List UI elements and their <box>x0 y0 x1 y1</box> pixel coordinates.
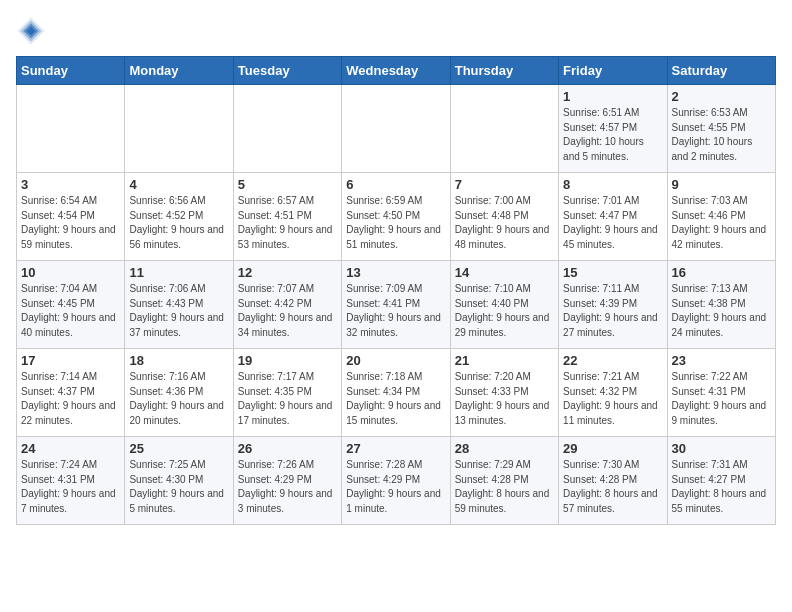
day-info: Sunrise: 7:29 AM Sunset: 4:28 PM Dayligh… <box>455 458 554 516</box>
day-number: 14 <box>455 265 554 280</box>
day-info: Sunrise: 6:57 AM Sunset: 4:51 PM Dayligh… <box>238 194 337 252</box>
table-row: 5Sunrise: 6:57 AM Sunset: 4:51 PM Daylig… <box>233 173 341 261</box>
calendar-table: SundayMondayTuesdayWednesdayThursdayFrid… <box>16 56 776 525</box>
day-number: 26 <box>238 441 337 456</box>
day-info: Sunrise: 7:11 AM Sunset: 4:39 PM Dayligh… <box>563 282 662 340</box>
day-info: Sunrise: 7:26 AM Sunset: 4:29 PM Dayligh… <box>238 458 337 516</box>
day-number: 17 <box>21 353 120 368</box>
weekday-header-friday: Friday <box>559 57 667 85</box>
day-number: 9 <box>672 177 771 192</box>
day-number: 21 <box>455 353 554 368</box>
weekday-header-tuesday: Tuesday <box>233 57 341 85</box>
day-number: 8 <box>563 177 662 192</box>
day-number: 4 <box>129 177 228 192</box>
table-row <box>342 85 450 173</box>
table-row: 10Sunrise: 7:04 AM Sunset: 4:45 PM Dayli… <box>17 261 125 349</box>
table-row: 20Sunrise: 7:18 AM Sunset: 4:34 PM Dayli… <box>342 349 450 437</box>
day-info: Sunrise: 7:20 AM Sunset: 4:33 PM Dayligh… <box>455 370 554 428</box>
table-row: 18Sunrise: 7:16 AM Sunset: 4:36 PM Dayli… <box>125 349 233 437</box>
day-info: Sunrise: 7:04 AM Sunset: 4:45 PM Dayligh… <box>21 282 120 340</box>
weekday-header-wednesday: Wednesday <box>342 57 450 85</box>
day-number: 5 <box>238 177 337 192</box>
table-row: 17Sunrise: 7:14 AM Sunset: 4:37 PM Dayli… <box>17 349 125 437</box>
week-row-1: 1Sunrise: 6:51 AM Sunset: 4:57 PM Daylig… <box>17 85 776 173</box>
table-row <box>450 85 558 173</box>
table-row: 13Sunrise: 7:09 AM Sunset: 4:41 PM Dayli… <box>342 261 450 349</box>
day-info: Sunrise: 7:03 AM Sunset: 4:46 PM Dayligh… <box>672 194 771 252</box>
weekday-header-saturday: Saturday <box>667 57 775 85</box>
day-number: 7 <box>455 177 554 192</box>
table-row: 4Sunrise: 6:56 AM Sunset: 4:52 PM Daylig… <box>125 173 233 261</box>
table-row: 25Sunrise: 7:25 AM Sunset: 4:30 PM Dayli… <box>125 437 233 525</box>
day-number: 1 <box>563 89 662 104</box>
table-row: 26Sunrise: 7:26 AM Sunset: 4:29 PM Dayli… <box>233 437 341 525</box>
table-row: 19Sunrise: 7:17 AM Sunset: 4:35 PM Dayli… <box>233 349 341 437</box>
table-row: 6Sunrise: 6:59 AM Sunset: 4:50 PM Daylig… <box>342 173 450 261</box>
week-row-2: 3Sunrise: 6:54 AM Sunset: 4:54 PM Daylig… <box>17 173 776 261</box>
day-number: 15 <box>563 265 662 280</box>
day-info: Sunrise: 7:16 AM Sunset: 4:36 PM Dayligh… <box>129 370 228 428</box>
table-row: 8Sunrise: 7:01 AM Sunset: 4:47 PM Daylig… <box>559 173 667 261</box>
day-info: Sunrise: 7:10 AM Sunset: 4:40 PM Dayligh… <box>455 282 554 340</box>
day-info: Sunrise: 7:00 AM Sunset: 4:48 PM Dayligh… <box>455 194 554 252</box>
logo <box>16 16 50 46</box>
table-row: 22Sunrise: 7:21 AM Sunset: 4:32 PM Dayli… <box>559 349 667 437</box>
day-info: Sunrise: 7:24 AM Sunset: 4:31 PM Dayligh… <box>21 458 120 516</box>
table-row: 3Sunrise: 6:54 AM Sunset: 4:54 PM Daylig… <box>17 173 125 261</box>
weekday-header-monday: Monday <box>125 57 233 85</box>
week-row-4: 17Sunrise: 7:14 AM Sunset: 4:37 PM Dayli… <box>17 349 776 437</box>
table-row: 2Sunrise: 6:53 AM Sunset: 4:55 PM Daylig… <box>667 85 775 173</box>
day-info: Sunrise: 6:51 AM Sunset: 4:57 PM Dayligh… <box>563 106 662 164</box>
day-number: 30 <box>672 441 771 456</box>
table-row: 28Sunrise: 7:29 AM Sunset: 4:28 PM Dayli… <box>450 437 558 525</box>
day-number: 24 <box>21 441 120 456</box>
logo-icon <box>16 16 46 46</box>
table-row: 24Sunrise: 7:24 AM Sunset: 4:31 PM Dayli… <box>17 437 125 525</box>
day-info: Sunrise: 7:14 AM Sunset: 4:37 PM Dayligh… <box>21 370 120 428</box>
day-info: Sunrise: 7:13 AM Sunset: 4:38 PM Dayligh… <box>672 282 771 340</box>
day-number: 29 <box>563 441 662 456</box>
day-number: 2 <box>672 89 771 104</box>
day-info: Sunrise: 6:53 AM Sunset: 4:55 PM Dayligh… <box>672 106 771 164</box>
table-row <box>233 85 341 173</box>
day-number: 25 <box>129 441 228 456</box>
table-row: 27Sunrise: 7:28 AM Sunset: 4:29 PM Dayli… <box>342 437 450 525</box>
day-info: Sunrise: 7:17 AM Sunset: 4:35 PM Dayligh… <box>238 370 337 428</box>
table-row: 9Sunrise: 7:03 AM Sunset: 4:46 PM Daylig… <box>667 173 775 261</box>
day-number: 10 <box>21 265 120 280</box>
day-number: 19 <box>238 353 337 368</box>
day-info: Sunrise: 7:28 AM Sunset: 4:29 PM Dayligh… <box>346 458 445 516</box>
week-row-5: 24Sunrise: 7:24 AM Sunset: 4:31 PM Dayli… <box>17 437 776 525</box>
week-row-3: 10Sunrise: 7:04 AM Sunset: 4:45 PM Dayli… <box>17 261 776 349</box>
day-info: Sunrise: 7:30 AM Sunset: 4:28 PM Dayligh… <box>563 458 662 516</box>
day-number: 13 <box>346 265 445 280</box>
table-row: 15Sunrise: 7:11 AM Sunset: 4:39 PM Dayli… <box>559 261 667 349</box>
table-row: 7Sunrise: 7:00 AM Sunset: 4:48 PM Daylig… <box>450 173 558 261</box>
day-info: Sunrise: 7:09 AM Sunset: 4:41 PM Dayligh… <box>346 282 445 340</box>
table-row: 21Sunrise: 7:20 AM Sunset: 4:33 PM Dayli… <box>450 349 558 437</box>
day-number: 11 <box>129 265 228 280</box>
day-info: Sunrise: 7:21 AM Sunset: 4:32 PM Dayligh… <box>563 370 662 428</box>
day-number: 28 <box>455 441 554 456</box>
table-row: 12Sunrise: 7:07 AM Sunset: 4:42 PM Dayli… <box>233 261 341 349</box>
table-row: 11Sunrise: 7:06 AM Sunset: 4:43 PM Dayli… <box>125 261 233 349</box>
table-row <box>125 85 233 173</box>
day-info: Sunrise: 6:59 AM Sunset: 4:50 PM Dayligh… <box>346 194 445 252</box>
table-row: 14Sunrise: 7:10 AM Sunset: 4:40 PM Dayli… <box>450 261 558 349</box>
day-number: 3 <box>21 177 120 192</box>
page-header <box>16 16 776 46</box>
table-row: 30Sunrise: 7:31 AM Sunset: 4:27 PM Dayli… <box>667 437 775 525</box>
table-row: 1Sunrise: 6:51 AM Sunset: 4:57 PM Daylig… <box>559 85 667 173</box>
day-number: 20 <box>346 353 445 368</box>
day-number: 27 <box>346 441 445 456</box>
weekday-header-row: SundayMondayTuesdayWednesdayThursdayFrid… <box>17 57 776 85</box>
day-number: 12 <box>238 265 337 280</box>
weekday-header-sunday: Sunday <box>17 57 125 85</box>
day-info: Sunrise: 7:22 AM Sunset: 4:31 PM Dayligh… <box>672 370 771 428</box>
day-number: 22 <box>563 353 662 368</box>
weekday-header-thursday: Thursday <box>450 57 558 85</box>
day-number: 6 <box>346 177 445 192</box>
table-row: 23Sunrise: 7:22 AM Sunset: 4:31 PM Dayli… <box>667 349 775 437</box>
table-row: 16Sunrise: 7:13 AM Sunset: 4:38 PM Dayli… <box>667 261 775 349</box>
table-row <box>17 85 125 173</box>
